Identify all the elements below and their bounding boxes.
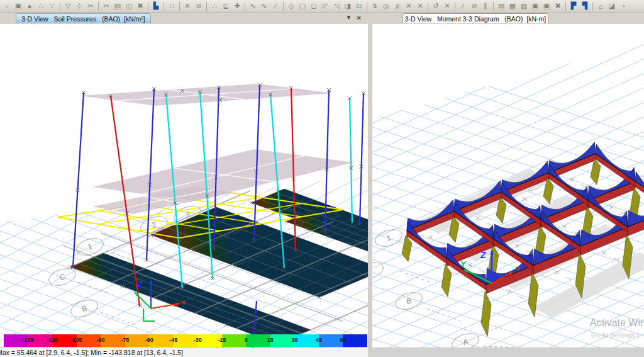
legend-segment (28, 334, 53, 347)
toolbar-separator (592, 2, 593, 11)
parallel-icon[interactable]: ∥ (480, 1, 491, 11)
panel-divider[interactable] (368, 13, 372, 357)
legend-segment (246, 334, 270, 347)
load-icon[interactable]: ↯ (369, 1, 380, 11)
right-tabbar: 3-D View Moment 3-3 Diagram (BAO) [kN-m] (372, 13, 644, 25)
bottom-strip (372, 348, 644, 357)
legend-segment (319, 334, 343, 347)
tab-soil-pressures[interactable]: 3-D View Soil Pressures (BAO) [kN/m²] (16, 13, 151, 23)
toolbar-separator (98, 2, 99, 11)
no-snap-icon[interactable]: ⊘ (193, 1, 204, 11)
clock-icon[interactable]: ◔ (618, 1, 629, 11)
legend-segment (294, 334, 319, 347)
trim-icon[interactable]: ✂ (85, 1, 96, 11)
legend-segment (4, 334, 28, 347)
draw-joint-icon[interactable]: ● (24, 1, 35, 11)
svg-text:C: C (58, 272, 67, 282)
cross2-icon[interactable]: ✕ (414, 1, 426, 11)
area-icon[interactable]: ◇ (286, 1, 297, 11)
toolbar-separator (60, 2, 60, 11)
moment-diagram-scene: 123CBAZY✕Activate WinGo to Settings t (372, 24, 644, 348)
extrude-icon[interactable]: ⊑ (220, 1, 231, 11)
intersect-icon[interactable]: ✕ (182, 1, 193, 11)
draw-frame-icon[interactable]: ∴ (35, 1, 47, 11)
merge-icon[interactable]: ∿ (258, 1, 270, 11)
panel1-icon[interactable]: ▣ (530, 1, 541, 11)
toolbar-separator (428, 2, 428, 11)
soil-pressures-panel: 3-D View Soil Pressures (BAO) [kN/m²] ▼ … (0, 13, 368, 357)
truck1-icon[interactable]: ▛ (568, 1, 579, 11)
snap-icon[interactable]: ▽ (62, 1, 74, 11)
table2-icon[interactable]: ▦ (507, 1, 518, 11)
activate-windows-watermark: Activate WinGo to Settings t (590, 317, 644, 339)
svg-text:✕: ✕ (516, 266, 521, 272)
grid-icon[interactable]: ∷ (166, 1, 177, 11)
panel-dropdown-icon[interactable]: ▼ (346, 14, 352, 21)
toolbar-separator (493, 2, 494, 11)
svg-text:1: 1 (385, 233, 392, 243)
snap-point-icon[interactable]: ⊹ (74, 1, 85, 11)
table3-icon[interactable]: ▧ (518, 1, 530, 11)
select-icon[interactable]: ▫ (1, 1, 13, 11)
soil-pressures-3d-view[interactable]: 123CBZ✕ (0, 24, 368, 348)
home-icon[interactable]: ⌂ (595, 1, 606, 11)
legend-segment (52, 334, 77, 347)
grid-bubble: 1 (373, 227, 404, 249)
frame-release-icon[interactable]: ⁄ (457, 1, 469, 11)
cross3-icon[interactable]: ✕ (441, 1, 453, 11)
move-icon[interactable]: ✚ (231, 1, 243, 11)
svg-text:Y: Y (460, 259, 467, 269)
chart-icon[interactable]: ▙ (150, 1, 162, 11)
target-icon[interactable]: ◎ (380, 1, 392, 11)
legend-segment (222, 334, 247, 347)
toolbar-separator (367, 2, 367, 11)
legend-segment (77, 334, 101, 347)
toolbar-separator (179, 2, 180, 11)
panel-close-icon[interactable]: ✕ (357, 14, 362, 21)
points-icon[interactable]: ∴ (209, 1, 220, 11)
paste-icon[interactable]: ◫ (123, 1, 135, 11)
rotate-icon[interactable]: ↺ (430, 1, 441, 11)
left-tabbar: 3-D View Soil Pressures (BAO) [kN/m²] ▼ … (0, 13, 368, 25)
main-toolbar: ▫▣●∴∵▽⊹✂✂▤◫✖▙∷✕⊘∴⊑✚∿∿⁄◇▢◻◸◹◨⊡↯◎#✕✕↺✕⁄⊘∥▤… (0, 0, 644, 13)
pressure-color-legend (4, 334, 367, 347)
legend-segment (149, 334, 174, 347)
divide-icon[interactable]: ∿ (247, 1, 258, 11)
tab-moment-diagram[interactable]: 3-D View Moment 3-3 Diagram (BAO) [kN-m] (402, 13, 548, 23)
grid-bubble: B (69, 297, 99, 320)
toolbar-separator (164, 2, 164, 11)
mesh-icon[interactable]: # (392, 1, 403, 11)
delete-icon[interactable]: ✖ (135, 1, 146, 11)
restraint-icon[interactable]: ⊘ (469, 1, 480, 11)
svg-text:A: A (461, 337, 470, 347)
panel2-icon[interactable]: ▣ (541, 1, 552, 11)
poly-area-icon[interactable]: ◻ (308, 1, 319, 11)
line-icon[interactable]: ⁄ (270, 1, 281, 11)
toolbar-separator (565, 2, 566, 11)
svg-text:C: C (372, 266, 374, 276)
close-tool-icon[interactable]: ✖ (552, 1, 564, 11)
table1-icon[interactable]: ▤ (496, 1, 507, 11)
truck2-icon[interactable]: ▜ (579, 1, 591, 11)
draw-area-icon[interactable]: ∵ (47, 1, 58, 11)
tri-left-icon[interactable]: ◸ (319, 1, 331, 11)
rect-area-icon[interactable]: ▢ (297, 1, 308, 11)
solid-icon[interactable]: ⊡ (353, 1, 365, 11)
cut-icon[interactable]: ✂ (101, 1, 112, 11)
toolbar-separator (455, 2, 455, 11)
tri-right-icon[interactable]: ◹ (331, 1, 342, 11)
moment-diagram-3d-view[interactable]: 123CBAZY✕Activate WinGo to Settings t (372, 24, 644, 348)
half-area-icon[interactable]: ◨ (342, 1, 353, 11)
grid-bubble: A (450, 331, 480, 348)
toolbar-separator (148, 2, 148, 11)
reshape-icon[interactable]: ▣ (13, 1, 24, 11)
soil-pressures-scene: 123CBZ✕ (0, 24, 368, 348)
status-bar: Max = 65.464 at [2.9, 6.4, -1.5]; Min = … (0, 348, 368, 357)
toolbar-separator (283, 2, 284, 11)
copy-icon[interactable]: ▤ (112, 1, 123, 11)
toolbar-separator (206, 2, 207, 11)
svg-text:Z: Z (136, 279, 143, 289)
shade-icon[interactable]: ◪ (606, 1, 618, 11)
cross1-icon[interactable]: ✕ (403, 1, 414, 11)
svg-text:Go to Settings t: Go to Settings t (591, 331, 639, 339)
